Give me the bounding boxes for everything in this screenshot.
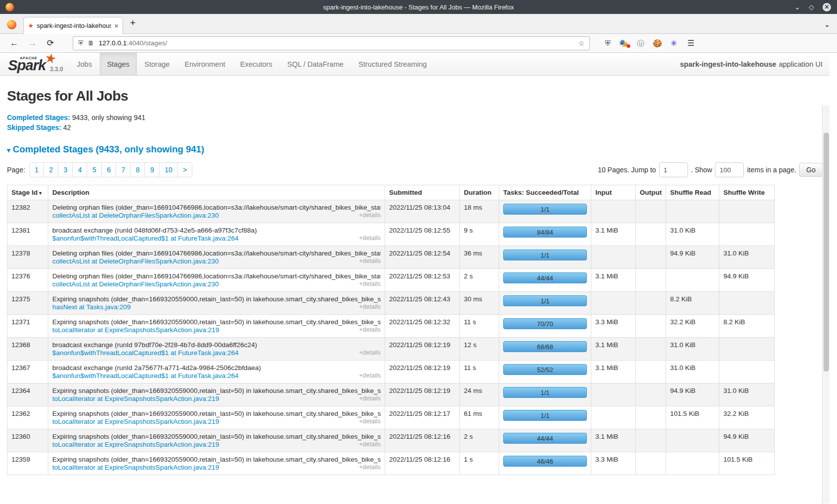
go-button[interactable]: Go	[799, 163, 823, 177]
spark-logo[interactable]: APACHE Spark ★ 3.3.0	[7, 53, 69, 75]
stage-detail-link[interactable]: collectAsList at DeleteOrphanFilesSparkA…	[52, 257, 219, 265]
details-toggle[interactable]: +details	[359, 464, 381, 471]
completed-stages-link[interactable]: Completed Stages:	[7, 114, 70, 122]
column-header-submitted[interactable]: Submitted	[385, 185, 460, 200]
tasks-progress-bar: 1/1	[503, 295, 587, 306]
details-toggle[interactable]: +details	[359, 257, 381, 265]
reload-icon[interactable]: ⟳	[47, 38, 54, 48]
section-title: Completed Stages (9433, only showing 941…	[13, 144, 205, 154]
column-header-duration[interactable]: Duration	[460, 185, 499, 200]
stage-detail-link[interactable]: $anonfun$withThreadLocalCaptured$1 at Fu…	[52, 235, 239, 242]
stage-detail-link[interactable]: collectAsList at DeleteOrphanFilesSparkA…	[52, 212, 219, 219]
stage-detail-link[interactable]: toLocalIterator at ExpireSnapshotsSparkA…	[52, 395, 219, 402]
details-toggle[interactable]: +details	[359, 441, 381, 448]
nav-item-environment[interactable]: Environment	[177, 53, 233, 75]
page-title: Stages for All Jobs	[7, 88, 823, 104]
stage-detail-link[interactable]: collectAsList at DeleteOrphanFilesSparkA…	[52, 280, 219, 288]
stage-id-cell: 12368	[7, 338, 48, 361]
skipped-stages-link[interactable]: Skipped Stages:	[7, 124, 61, 131]
details-toggle[interactable]: +details	[359, 372, 381, 379]
column-header-input[interactable]: Input	[591, 185, 636, 200]
tab-list-dropdown-icon[interactable]: ⌄	[824, 20, 830, 28]
page-button-9[interactable]: 9	[145, 162, 159, 177]
stage-id-cell: 12362	[7, 406, 48, 429]
stage-description: Expiring snapshots (older_than=166932055…	[52, 456, 381, 463]
browser-toolbar: ← → ⟳ ⛨ 🗎 127.0.0.1:4040/stages/ ☆ ⛨ 🎭 ⓤ…	[0, 34, 837, 53]
page-button-1[interactable]: 1	[29, 162, 44, 177]
stage-detail-link[interactable]: toLocalIterator at ExpireSnapshotsSparkA…	[52, 418, 219, 425]
description-cell: Deleting orphan files (older_than=166910…	[48, 200, 385, 223]
duration-cell: 12 s	[460, 338, 499, 361]
page-info-icon[interactable]: 🗎	[88, 39, 94, 47]
column-header-shuffle-read[interactable]: Shuffle Read	[666, 185, 719, 200]
column-header-shuffle-write[interactable]: Shuffle Write	[719, 185, 775, 200]
nav-item-executors[interactable]: Executors	[233, 53, 279, 75]
maximize-icon[interactable]: ◇	[809, 3, 814, 10]
page-button-8[interactable]: 8	[131, 162, 145, 177]
stage-detail-link[interactable]: hasNext at Tasks.java:209	[52, 303, 131, 311]
new-tab-button[interactable]: +	[130, 17, 136, 28]
items-per-page-input[interactable]	[715, 162, 744, 177]
details-toggle[interactable]: +details	[359, 280, 381, 288]
stage-row-12382: 12382Deleting orphan files (older_than=1…	[7, 200, 775, 223]
details-toggle[interactable]: +details	[359, 395, 381, 402]
nav-item-storage[interactable]: Storage	[137, 53, 177, 75]
page-scrollbar[interactable]	[822, 106, 830, 504]
extension-ublock-icon[interactable]: ⓤ	[637, 39, 644, 47]
duration-cell: 11 s	[460, 361, 499, 383]
page-button-3[interactable]: 3	[58, 162, 73, 177]
extension-shield-icon[interactable]: ⛨	[605, 39, 610, 47]
column-header-stage-id[interactable]: Stage Id▾	[7, 185, 48, 200]
stage-detail-link[interactable]: toLocalIterator at ExpireSnapshotsSparkA…	[52, 441, 219, 448]
stage-id-cell: 12360	[7, 429, 48, 452]
stage-detail-link[interactable]: toLocalIterator at ExpireSnapshotsSparkA…	[52, 326, 219, 334]
description-cell: Expiring snapshots (older_than=166932055…	[48, 292, 385, 315]
nav-item-sql-dataframe[interactable]: SQL / DataFrame	[279, 53, 351, 75]
extension-asterisk-icon[interactable]: ✳	[671, 39, 677, 47]
jump-to-page-input[interactable]	[659, 162, 688, 177]
tracking-shield-icon[interactable]: ⛨	[78, 39, 83, 47]
menu-icon[interactable]: ☰	[688, 38, 695, 48]
tab-title: spark-ingest-into-lakehouse	[37, 22, 112, 29]
column-header-description[interactable]: Description	[48, 185, 385, 200]
back-icon[interactable]: ←	[10, 38, 18, 48]
page-button-5[interactable]: 5	[87, 162, 102, 177]
shuffle-read-cell: 31.0 KiB	[666, 223, 719, 246]
page-button-4[interactable]: 4	[73, 162, 87, 177]
stage-detail-link[interactable]: $anonfun$withThreadLocalCaptured$1 at Fu…	[52, 349, 239, 357]
browser-tab[interactable]: ★ spark-ingest-into-lakehouse ×	[23, 17, 123, 34]
stage-detail-link[interactable]: toLocalIterator at ExpireSnapshotsSparkA…	[52, 464, 219, 471]
details-toggle[interactable]: +details	[359, 326, 381, 334]
bookmark-star-icon[interactable]: ☆	[578, 39, 585, 47]
column-header-tasks-succeeded-total[interactable]: Tasks: Succeeded/Total	[499, 185, 591, 200]
close-tab-icon[interactable]: ×	[114, 21, 119, 30]
nav-item-structured-streaming[interactable]: Structured Streaming	[351, 53, 434, 75]
details-toggle[interactable]: +details	[359, 212, 381, 219]
page-button-next[interactable]: >	[178, 162, 192, 177]
stage-detail-link[interactable]: $anonfun$withThreadLocalCaptured$1 at Fu…	[52, 372, 239, 379]
extension-cookie-icon[interactable]: 🍪	[653, 39, 662, 47]
forward-icon[interactable]: →	[28, 38, 37, 48]
details-toggle[interactable]: +details	[359, 349, 381, 357]
close-window-icon[interactable]: ✕	[823, 3, 831, 11]
page-button-6[interactable]: 6	[102, 162, 116, 177]
minimize-icon[interactable]: ⌄	[794, 3, 800, 10]
input-cell	[591, 246, 636, 269]
details-toggle[interactable]: +details	[359, 235, 381, 242]
completed-stages-section-header[interactable]: ▾Completed Stages (9433, only showing 94…	[7, 144, 823, 155]
page-button-10[interactable]: 10	[159, 162, 178, 177]
page-button-7[interactable]: 7	[116, 162, 131, 177]
scrollbar-thumb[interactable]	[824, 132, 829, 372]
column-header-output[interactable]: Output	[636, 185, 666, 200]
details-toggle[interactable]: +details	[359, 418, 381, 425]
stages-table-body: 12382Deleting orphan files (older_than=1…	[7, 200, 775, 475]
page-button-2[interactable]: 2	[44, 162, 58, 177]
details-toggle[interactable]: +details	[359, 303, 381, 311]
nav-item-jobs[interactable]: Jobs	[69, 53, 100, 75]
description-cell: broadcast exchange (runId 048fd06f-d753-…	[48, 223, 385, 246]
window-title: spark-ingest-into-lakehouse - Stages for…	[0, 3, 837, 11]
extension-mask-icon[interactable]: 🎭	[619, 39, 629, 47]
url-bar[interactable]: ⛨ 🗎 127.0.0.1:4040/stages/ ☆	[73, 36, 590, 50]
stage-description: Deleting orphan files (older_than=166910…	[52, 272, 381, 280]
nav-item-stages[interactable]: Stages	[100, 53, 137, 75]
